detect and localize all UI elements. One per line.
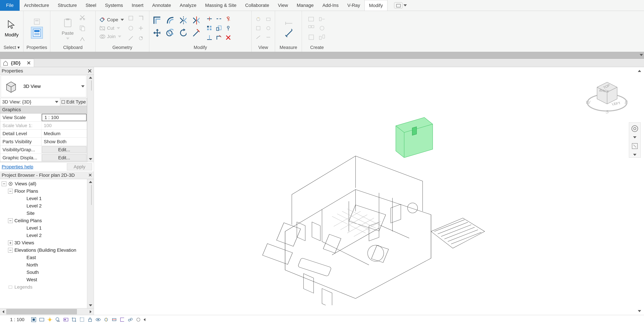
- edit-type-button[interactable]: Edit Type: [60, 98, 87, 106]
- doc-tab-3d[interactable]: {3D} ✕: [1, 59, 34, 67]
- dimension-icon[interactable]: [284, 20, 292, 27]
- docstrip-menu-icon[interactable]: [640, 54, 643, 56]
- prop-btn-graphic-disp[interactable]: Edit...: [42, 154, 86, 161]
- tab-insert[interactable]: Insert: [127, 0, 148, 11]
- scroll-thumb[interactable]: [6, 309, 77, 314]
- join-button[interactable]: Join: [98, 33, 125, 40]
- create-3[interactable]: [308, 33, 315, 41]
- properties-palette-toggle[interactable]: [31, 27, 43, 38]
- tree-leaf[interactable]: Level 1: [8, 195, 87, 202]
- paste-button[interactable]: Paste: [60, 16, 76, 40]
- crop-region-icon[interactable]: [79, 317, 85, 322]
- tab-addins[interactable]: Add-Ins: [318, 0, 343, 11]
- array-icon[interactable]: [206, 24, 213, 32]
- detail-level-icon[interactable]: [31, 317, 36, 322]
- tab-manage[interactable]: Manage: [292, 0, 318, 11]
- canvas-scroll-up-icon[interactable]: [638, 70, 641, 72]
- copy-tool-icon[interactable]: [166, 29, 174, 37]
- qat-item[interactable]: [394, 2, 402, 8]
- tab-massing-site[interactable]: Massing & Site: [201, 0, 241, 11]
- type-properties-icon[interactable]: [33, 18, 41, 26]
- tree-group[interactable]: −Ceiling Plans: [8, 217, 87, 224]
- expand-icon[interactable]: −: [2, 182, 6, 186]
- tab-file[interactable]: File: [0, 0, 20, 11]
- project-browser-title-bar[interactable]: Project Browser - Floor plan 2D-3D ✕: [0, 172, 94, 179]
- view-tool-6[interactable]: [264, 33, 272, 41]
- view-tool-1[interactable]: [254, 15, 262, 23]
- tab-structure[interactable]: Structure: [54, 0, 81, 11]
- instance-selector[interactable]: 3D View: {3D}: [0, 98, 60, 106]
- scroll-right-icon[interactable]: [90, 310, 92, 313]
- split-icon[interactable]: [206, 15, 213, 23]
- delete-icon[interactable]: [224, 34, 232, 42]
- full-nav-wheel[interactable]: [630, 124, 639, 133]
- tab-vray[interactable]: V-Ray: [343, 0, 364, 11]
- cope-button[interactable]: Cope: [98, 16, 125, 23]
- close-doc-tab[interactable]: ✕: [23, 60, 31, 66]
- create-4[interactable]: [318, 15, 326, 23]
- prop-btn-vis-graphics[interactable]: Edit...: [42, 146, 86, 153]
- tab-annotate[interactable]: Annotate: [148, 0, 175, 11]
- tree-leaf[interactable]: Level 2: [8, 202, 87, 210]
- tree-leaf[interactable]: Level 2: [8, 232, 87, 239]
- worksharing-icon[interactable]: [128, 317, 133, 322]
- create-1[interactable]: [308, 15, 315, 23]
- rotate-icon[interactable]: [179, 29, 186, 37]
- tree-root[interactable]: − Views (all): [2, 180, 87, 188]
- options-icon[interactable]: [136, 317, 141, 322]
- geom-tool-4[interactable]: [137, 14, 145, 22]
- tree-leaf[interactable]: South: [8, 269, 87, 276]
- view-tool-2[interactable]: [254, 24, 262, 32]
- tree-legends[interactable]: Legends: [2, 284, 87, 291]
- create-5[interactable]: [318, 24, 326, 32]
- view-scale[interactable]: 1 : 100: [3, 317, 28, 322]
- instance-dropdown-icon[interactable]: [55, 101, 58, 103]
- tree-group[interactable]: −Floor Plans: [8, 188, 87, 195]
- view-tool-4[interactable]: [264, 15, 272, 23]
- scroll-left-icon[interactable]: [2, 310, 4, 313]
- tab-modify[interactable]: Modify: [364, 0, 387, 11]
- cut-dropdown-icon[interactable]: [117, 27, 120, 29]
- properties-help-link[interactable]: Properties help: [2, 164, 33, 170]
- match-icon[interactable]: [78, 35, 86, 43]
- split-gap-icon[interactable]: [215, 15, 223, 23]
- type-selector[interactable]: 3D View: [1, 76, 86, 97]
- nav-prev-icon[interactable]: [144, 318, 146, 321]
- expand-icon[interactable]: +: [8, 240, 13, 245]
- drawing-canvas[interactable]: S W E TOP BACK LEFT: [94, 67, 644, 315]
- scroll-down-icon[interactable]: [89, 304, 92, 306]
- align-icon[interactable]: [152, 16, 160, 24]
- crop-icon[interactable]: [71, 317, 77, 322]
- expand-icon[interactable]: −: [8, 218, 13, 223]
- tree-group[interactable]: −Elevations (Building Elevation: [8, 246, 87, 254]
- analytical-icon[interactable]: [120, 317, 125, 322]
- create-6[interactable]: [318, 33, 326, 41]
- browser-hscroll[interactable]: [0, 308, 94, 315]
- panel-select-title[interactable]: Select ▾: [0, 44, 23, 52]
- measure-icon[interactable]: [284, 29, 292, 37]
- tree-leaf[interactable]: North: [8, 261, 87, 269]
- lock-3d-icon[interactable]: [87, 317, 93, 322]
- expand-icon[interactable]: −: [8, 248, 13, 252]
- tab-analyze[interactable]: Analyze: [175, 0, 201, 11]
- mirror-axis-icon[interactable]: [179, 16, 186, 24]
- scale-icon[interactable]: [215, 24, 223, 32]
- scroll-down-icon[interactable]: [89, 158, 92, 160]
- prop-val-parts-vis[interactable]: Show Both: [42, 138, 87, 146]
- tab-systems[interactable]: Systems: [100, 0, 127, 11]
- type-dropdown-icon[interactable]: [81, 85, 84, 87]
- temp-hide-icon[interactable]: [95, 317, 101, 322]
- tab-steel[interactable]: Steel: [81, 0, 100, 11]
- render-icon[interactable]: [63, 317, 69, 322]
- nav-dropdown-icon[interactable]: [633, 136, 636, 138]
- properties-title-bar[interactable]: Properties ✕: [0, 67, 94, 75]
- geom-tool-2[interactable]: [127, 24, 135, 32]
- visual-style-icon[interactable]: [39, 317, 44, 322]
- canvas-scroll-down-icon[interactable]: [638, 310, 641, 312]
- geom-tool-6[interactable]: [137, 34, 145, 42]
- tab-architecture[interactable]: Architecture: [20, 0, 53, 11]
- mirror-draw-icon[interactable]: [192, 16, 200, 24]
- tab-collaborate[interactable]: Collaborate: [241, 0, 274, 11]
- corner-trim-icon[interactable]: [215, 34, 223, 42]
- cut-geom-button[interactable]: Cut: [98, 25, 125, 32]
